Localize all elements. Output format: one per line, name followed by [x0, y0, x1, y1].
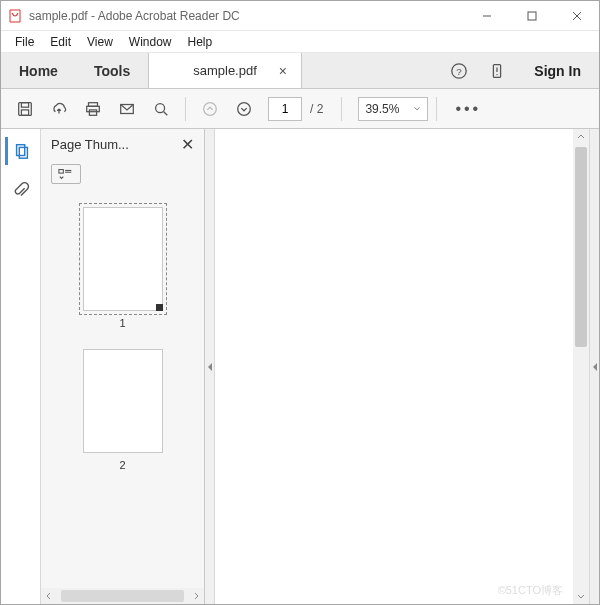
svg-text:?: ?: [457, 65, 463, 76]
tab-home[interactable]: Home: [1, 53, 76, 88]
minimize-button[interactable]: [464, 1, 509, 31]
menu-edit[interactable]: Edit: [42, 33, 79, 51]
svg-rect-9: [19, 102, 32, 115]
tab-document[interactable]: sample.pdf ×: [148, 53, 302, 88]
panel-collapse-handle[interactable]: [205, 129, 215, 604]
menu-window[interactable]: Window: [121, 33, 180, 51]
thumbnail-image: [83, 207, 163, 311]
thumbnail-number: 2: [119, 459, 125, 471]
top-tabs-bar: Home Tools sample.pdf × ? Sign In: [1, 53, 599, 89]
scrollbar-track[interactable]: [57, 588, 188, 604]
thumbnail-page[interactable]: 2: [83, 349, 163, 471]
svg-rect-1: [528, 12, 536, 20]
scrollbar-track[interactable]: [573, 145, 589, 588]
svg-rect-10: [21, 102, 28, 107]
scroll-right-arrow-icon[interactable]: [188, 588, 204, 604]
svg-rect-22: [59, 170, 63, 174]
scroll-left-arrow-icon[interactable]: [41, 588, 57, 604]
panel-options-row: [41, 159, 204, 189]
scrollbar-thumb[interactable]: [61, 590, 184, 602]
thumbnail-page[interactable]: 1: [83, 207, 163, 329]
title-bar: sample.pdf - Adobe Acrobat Reader DC: [1, 1, 599, 31]
tab-tools[interactable]: Tools: [76, 53, 148, 88]
main-area: Page Thum... ✕ 1 2: [1, 129, 599, 604]
document-area: ©51CTO博客: [215, 129, 589, 604]
thumbnail-image: [83, 349, 163, 453]
menu-file[interactable]: File: [7, 33, 42, 51]
side-tool-strip: [1, 129, 41, 604]
thumbnail-number: 1: [119, 317, 125, 329]
page-down-button[interactable]: [228, 93, 260, 125]
svg-line-17: [164, 111, 168, 115]
svg-rect-20: [17, 145, 25, 156]
menu-bar: File Edit View Window Help: [1, 31, 599, 53]
toolbar: / 2 39.5% •••: [1, 89, 599, 129]
toolbar-separator: [436, 97, 437, 121]
application-window: sample.pdf - Adobe Acrobat Reader DC Fil…: [0, 0, 600, 605]
panel-horizontal-scrollbar[interactable]: [41, 588, 204, 604]
maximize-button[interactable]: [509, 1, 554, 31]
cloud-upload-button[interactable]: [43, 93, 75, 125]
svg-point-8: [497, 73, 498, 74]
more-tools-button[interactable]: •••: [445, 100, 491, 118]
panel-options-button[interactable]: [51, 164, 81, 184]
zoom-select[interactable]: 39.5%: [358, 97, 428, 121]
close-panel-button[interactable]: ✕: [181, 135, 194, 154]
svg-rect-13: [87, 106, 100, 111]
scrollbar-thumb[interactable]: [575, 147, 587, 347]
menu-help[interactable]: Help: [180, 33, 221, 51]
svg-rect-14: [89, 109, 96, 114]
scroll-down-arrow-icon[interactable]: [573, 588, 589, 604]
right-panel-collapse-handle[interactable]: [589, 129, 599, 604]
tab-document-label: sample.pdf: [193, 63, 257, 78]
print-button[interactable]: [77, 93, 109, 125]
search-button[interactable]: [145, 93, 177, 125]
attachments-tool-button[interactable]: [5, 177, 37, 205]
page-number-input[interactable]: [268, 97, 302, 121]
document-canvas[interactable]: ©51CTO博客: [215, 129, 573, 604]
svg-point-19: [238, 102, 251, 115]
acrobat-icon: [7, 8, 23, 24]
svg-point-18: [204, 102, 217, 115]
page-total-label: / 2: [304, 102, 333, 116]
zoom-value: 39.5%: [365, 102, 399, 116]
save-button[interactable]: [9, 93, 41, 125]
thumbnails-tool-button[interactable]: [5, 137, 37, 165]
close-tab-icon[interactable]: ×: [279, 63, 287, 79]
panel-header: Page Thum... ✕: [41, 129, 204, 159]
notification-button[interactable]: [478, 53, 516, 88]
menu-view[interactable]: View: [79, 33, 121, 51]
toolbar-separator: [341, 97, 342, 121]
svg-rect-21: [19, 147, 27, 158]
svg-point-16: [156, 103, 165, 112]
chevron-down-icon: [413, 105, 421, 113]
scroll-up-arrow-icon[interactable]: [573, 129, 589, 145]
help-button[interactable]: ?: [440, 53, 478, 88]
page-up-button[interactable]: [194, 93, 226, 125]
window-title: sample.pdf - Adobe Acrobat Reader DC: [29, 9, 240, 23]
thumbnails-list: 1 2: [41, 189, 204, 588]
thumbnails-panel: Page Thum... ✕ 1 2: [41, 129, 205, 604]
panel-title: Page Thum...: [51, 137, 129, 152]
svg-rect-11: [21, 109, 28, 114]
close-button[interactable]: [554, 1, 599, 31]
toolbar-separator: [185, 97, 186, 121]
watermark-text: ©51CTO博客: [498, 583, 563, 598]
vertical-scrollbar[interactable]: [573, 129, 589, 604]
email-button[interactable]: [111, 93, 143, 125]
sign-in-button[interactable]: Sign In: [516, 53, 599, 88]
